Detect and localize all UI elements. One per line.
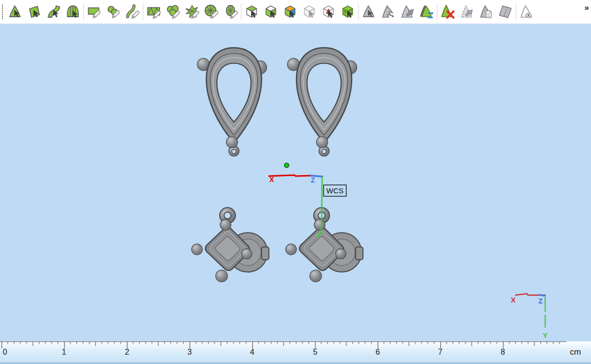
toolbar-group-show	[519, 4, 534, 20]
select-cone-icon[interactable]	[7, 4, 23, 20]
ruler-number: 2	[125, 348, 130, 357]
select-cube-colored-icon[interactable]	[282, 4, 298, 20]
copy-cone-properties-icon[interactable]	[478, 4, 494, 20]
select-curved-surface-icon[interactable]	[46, 4, 62, 20]
ruler-ticks	[0, 341, 565, 350]
toolbar-grip[interactable]	[2, 4, 3, 19]
draw-mesh-rectangle-icon[interactable]	[146, 4, 162, 20]
delete-cone-icon[interactable]	[440, 4, 456, 20]
draw-pie-icon[interactable]	[203, 4, 219, 20]
wcs-x-label: X	[269, 176, 274, 183]
ruler-number: 6	[376, 348, 380, 357]
draw-rectangle-icon[interactable]	[86, 4, 102, 20]
pear-halo-pendant-left[interactable]	[197, 48, 267, 156]
draw-star-icon[interactable]	[184, 4, 200, 20]
toolbar-group-visibility	[440, 4, 513, 20]
toolbar-separator	[358, 3, 359, 20]
move-cone-icon[interactable]	[399, 4, 415, 20]
toolbar-overflow-chevron[interactable]: »	[585, 3, 589, 12]
ruler-unit-label: cm	[570, 347, 581, 357]
toolbar-separator	[241, 3, 241, 20]
show-cone-eye-icon[interactable]	[519, 4, 534, 20]
split-plane-icon[interactable]	[497, 4, 513, 20]
swap-cone-icon[interactable]	[419, 4, 434, 20]
ruler-number: 5	[313, 348, 318, 357]
hide-cone-icon[interactable]	[459, 4, 475, 20]
ruler-number: 1	[62, 348, 66, 357]
select-cube-top-icon[interactable]	[244, 4, 260, 20]
toolbar-separator	[143, 3, 143, 20]
ruler-number: 8	[501, 348, 505, 357]
main-toolbar: »	[0, 0, 591, 24]
toolbar-group-pattern	[146, 4, 238, 20]
draw-pie-small-icon[interactable]	[223, 4, 238, 20]
select-cube-solid-icon[interactable]	[340, 4, 356, 20]
pear-halo-pendant-right[interactable]	[288, 48, 357, 156]
nav-y-label: Y	[543, 331, 548, 339]
toolbar-separator	[83, 3, 84, 20]
select-cube-inner-icon[interactable]	[321, 4, 336, 20]
wcs-z-label: Z	[311, 176, 315, 184]
nav-x-label: X	[511, 296, 516, 304]
wcs-axes: X Z WCS	[268, 163, 346, 239]
draw-circles-icon[interactable]	[165, 4, 181, 20]
application-window: »	[0, 0, 591, 364]
draw-lobed-curve-icon[interactable]	[105, 4, 121, 20]
select-cube-body-icon[interactable]	[263, 4, 279, 20]
wcs-label: WCS	[327, 186, 344, 195]
wcs-x-axis-line	[268, 175, 311, 176]
toolbar-group-draw	[86, 4, 140, 20]
toolbar-group-gray	[361, 4, 434, 20]
horizontal-ruler: 0 1 2 3 4 5 6 7 8 cm	[0, 341, 591, 363]
cushion-stud-setting-left[interactable]	[192, 208, 269, 282]
origin-point[interactable]	[285, 163, 289, 168]
ruler-number: 4	[250, 348, 255, 357]
nav-axes: X Z Y	[511, 294, 548, 339]
viewport-canvas[interactable]: X Z WCS X Z Y	[0, 24, 591, 341]
toolbar-separator	[516, 3, 516, 20]
toolbar-group-cubes	[244, 4, 356, 20]
select-shell-icon[interactable]	[65, 4, 81, 20]
select-cube-ghost-icon[interactable]	[301, 4, 317, 20]
ruler-number: 7	[438, 348, 443, 357]
cushion-stud-setting-right[interactable]	[286, 208, 363, 282]
toolbar-separator	[437, 3, 437, 20]
ruler-number: 3	[188, 348, 192, 357]
select-cone-notch-icon[interactable]	[380, 4, 396, 20]
nav-z-label: Z	[538, 297, 543, 305]
ruler-number: 0	[3, 348, 7, 357]
draw-freeform-curve-icon[interactable]	[125, 4, 140, 20]
toolbar-group-select	[7, 4, 81, 20]
select-gray-cone-icon[interactable]	[361, 4, 377, 20]
select-plane-icon[interactable]	[27, 4, 42, 20]
